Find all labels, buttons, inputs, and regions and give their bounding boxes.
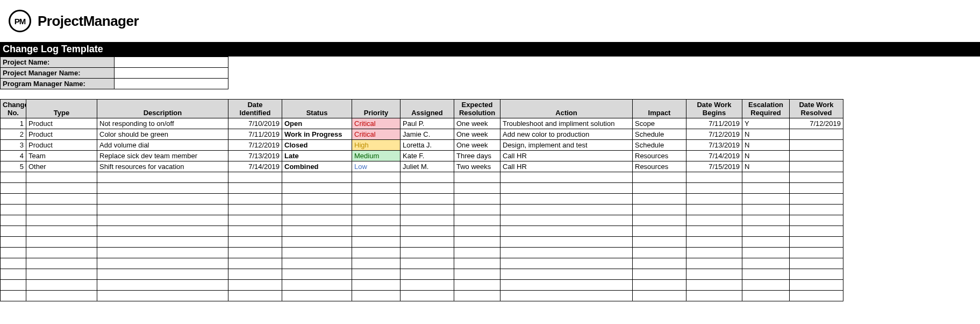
- cell-empty[interactable]: [26, 172, 97, 183]
- cell-expected-resolution[interactable]: One week: [454, 140, 500, 151]
- cell-empty[interactable]: [282, 237, 352, 248]
- cell-empty[interactable]: [500, 291, 633, 301]
- cell-empty[interactable]: [352, 215, 400, 226]
- cell-empty[interactable]: [228, 215, 282, 226]
- cell-empty[interactable]: [26, 194, 97, 205]
- cell-empty[interactable]: [686, 183, 742, 194]
- cell-priority[interactable]: Critical: [352, 129, 400, 140]
- cell-empty[interactable]: [228, 269, 282, 280]
- cell-empty[interactable]: [454, 237, 500, 248]
- cell-assigned[interactable]: Paul P.: [400, 118, 454, 129]
- cell-empty[interactable]: [790, 226, 843, 237]
- cell-empty[interactable]: [500, 258, 633, 269]
- cell-empty[interactable]: [400, 194, 454, 205]
- cell-empty[interactable]: [1, 248, 26, 258]
- cell-empty[interactable]: [686, 215, 742, 226]
- cell-empty[interactable]: [500, 205, 633, 215]
- cell-empty[interactable]: [790, 269, 843, 280]
- cell-empty[interactable]: [500, 215, 633, 226]
- cell-action[interactable]: Design, implement and test: [500, 140, 633, 151]
- cell-date-work-begins[interactable]: 7/13/2019: [686, 140, 742, 151]
- cell-date-work-resolved[interactable]: 7/12/2019: [790, 118, 843, 129]
- cell-description[interactable]: Color should be green: [97, 129, 228, 140]
- cell-type[interactable]: Other: [26, 161, 97, 172]
- cell-empty[interactable]: [228, 237, 282, 248]
- cell-empty[interactable]: [790, 258, 843, 269]
- cell-empty[interactable]: [97, 205, 228, 215]
- cell-date-work-begins[interactable]: 7/15/2019: [686, 161, 742, 172]
- cell-empty[interactable]: [97, 248, 228, 258]
- cell-empty[interactable]: [97, 172, 228, 183]
- cell-empty[interactable]: [352, 280, 400, 291]
- cell-empty[interactable]: [400, 280, 454, 291]
- cell-change-no[interactable]: 2: [1, 129, 26, 140]
- cell-empty[interactable]: [352, 291, 400, 301]
- cell-empty[interactable]: [454, 215, 500, 226]
- cell-empty[interactable]: [1, 269, 26, 280]
- cell-date-work-resolved[interactable]: [790, 129, 843, 140]
- cell-empty[interactable]: [454, 248, 500, 258]
- cell-empty[interactable]: [742, 183, 790, 194]
- cell-escalation-required[interactable]: N: [742, 161, 790, 172]
- cell-empty[interactable]: [454, 280, 500, 291]
- cell-empty[interactable]: [282, 172, 352, 183]
- cell-priority[interactable]: Medium: [352, 151, 400, 161]
- cell-empty[interactable]: [1, 194, 26, 205]
- cell-empty[interactable]: [454, 205, 500, 215]
- cell-empty[interactable]: [633, 280, 686, 291]
- cell-empty[interactable]: [500, 237, 633, 248]
- cell-type[interactable]: Product: [26, 118, 97, 129]
- cell-empty[interactable]: [790, 215, 843, 226]
- cell-empty[interactable]: [633, 205, 686, 215]
- cell-empty[interactable]: [686, 237, 742, 248]
- cell-empty[interactable]: [26, 205, 97, 215]
- cell-empty[interactable]: [400, 226, 454, 237]
- cell-empty[interactable]: [282, 269, 352, 280]
- cell-empty[interactable]: [633, 237, 686, 248]
- cell-empty[interactable]: [228, 226, 282, 237]
- cell-empty[interactable]: [454, 172, 500, 183]
- cell-impact[interactable]: Schedule: [633, 140, 686, 151]
- cell-empty[interactable]: [742, 237, 790, 248]
- cell-empty[interactable]: [686, 226, 742, 237]
- cell-empty[interactable]: [500, 226, 633, 237]
- cell-empty[interactable]: [1, 291, 26, 301]
- cell-action[interactable]: Add new color to production: [500, 129, 633, 140]
- cell-empty[interactable]: [742, 194, 790, 205]
- cell-empty[interactable]: [352, 172, 400, 183]
- cell-empty[interactable]: [686, 258, 742, 269]
- cell-description[interactable]: Add volume dial: [97, 140, 228, 151]
- cell-empty[interactable]: [97, 291, 228, 301]
- cell-empty[interactable]: [742, 226, 790, 237]
- cell-assigned[interactable]: Loretta J.: [400, 140, 454, 151]
- cell-empty[interactable]: [282, 248, 352, 258]
- cell-empty[interactable]: [400, 215, 454, 226]
- cell-empty[interactable]: [400, 258, 454, 269]
- project-name-value[interactable]: [115, 57, 228, 68]
- cell-empty[interactable]: [686, 205, 742, 215]
- cell-impact[interactable]: Schedule: [633, 129, 686, 140]
- cell-empty[interactable]: [400, 291, 454, 301]
- cell-empty[interactable]: [633, 183, 686, 194]
- cell-empty[interactable]: [633, 172, 686, 183]
- cell-empty[interactable]: [633, 291, 686, 301]
- cell-empty[interactable]: [454, 194, 500, 205]
- cell-empty[interactable]: [97, 237, 228, 248]
- cell-empty[interactable]: [282, 205, 352, 215]
- cell-empty[interactable]: [633, 226, 686, 237]
- cell-empty[interactable]: [454, 291, 500, 301]
- cell-empty[interactable]: [742, 215, 790, 226]
- cell-empty[interactable]: [742, 291, 790, 301]
- cell-empty[interactable]: [790, 291, 843, 301]
- cell-empty[interactable]: [228, 194, 282, 205]
- cell-empty[interactable]: [1, 215, 26, 226]
- cell-empty[interactable]: [282, 258, 352, 269]
- cell-empty[interactable]: [26, 258, 97, 269]
- cell-empty[interactable]: [400, 183, 454, 194]
- cell-empty[interactable]: [742, 258, 790, 269]
- cell-description[interactable]: Replace sick dev team member: [97, 151, 228, 161]
- cell-description[interactable]: Shift resources for vacation: [97, 161, 228, 172]
- cell-empty[interactable]: [686, 248, 742, 258]
- cell-empty[interactable]: [282, 226, 352, 237]
- cell-action[interactable]: Troubleshoot and impliment solution: [500, 118, 633, 129]
